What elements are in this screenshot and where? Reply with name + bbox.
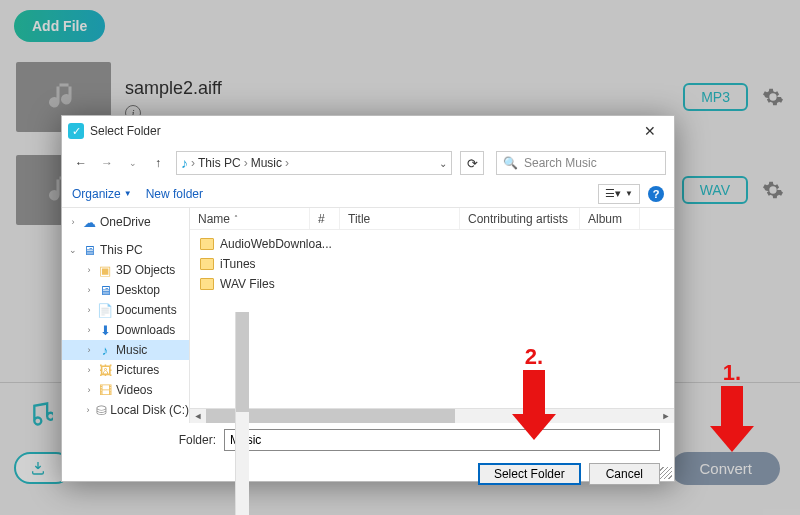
view-options-button[interactable]: ☰▾ ▼ [598, 184, 640, 204]
cancel-button[interactable]: Cancel [589, 463, 660, 485]
annotation-arrow-1: 1. [710, 360, 754, 452]
column-title[interactable]: Title [340, 208, 460, 229]
help-icon[interactable]: ? [648, 186, 664, 202]
tree-music[interactable]: ›♪Music [62, 340, 189, 360]
select-folder-button[interactable]: Select Folder [478, 463, 581, 485]
folder-label: Folder: [76, 433, 216, 447]
folder-icon [200, 278, 214, 290]
nav-forward-button[interactable]: → [96, 156, 118, 170]
folder-item[interactable]: iTunes [190, 254, 674, 274]
nav-back-button[interactable]: ← [70, 156, 92, 170]
tree-downloads[interactable]: ›⬇Downloads [62, 320, 189, 340]
dialog-titlebar: Select Folder ✕ [62, 116, 674, 146]
tree-3d-objects[interactable]: ›▣3D Objects [62, 260, 189, 280]
tree-desktop[interactable]: ›🖥Desktop [62, 280, 189, 300]
dialog-title: Select Folder [90, 124, 632, 138]
music-note-icon [46, 79, 82, 115]
column-contributing[interactable]: Contributing artists [460, 208, 580, 229]
download-icon [30, 460, 46, 476]
bottom-music-icon[interactable] [25, 400, 53, 432]
folder-item[interactable]: AudioWebDownloa... [190, 234, 674, 254]
chevron-down-icon[interactable]: ⌄ [439, 158, 447, 169]
refresh-button[interactable]: ⟳ [460, 151, 484, 175]
tree-documents[interactable]: ›📄Documents [62, 300, 189, 320]
add-file-button[interactable]: Add File [14, 10, 105, 42]
organize-button[interactable]: Organize▼ [72, 187, 132, 201]
resize-grip[interactable] [660, 467, 672, 479]
file-list-panel: Name˄ # Title Contributing artists Album… [190, 208, 674, 423]
file-title: sample2.aiff [125, 78, 669, 99]
nav-up-button[interactable]: ↑ [148, 156, 168, 170]
folder-icon [200, 238, 214, 250]
address-bar[interactable]: ♪ › This PC › Music › ⌄ [176, 151, 452, 175]
tree-videos[interactable]: ›🎞Videos [62, 380, 189, 400]
gear-icon[interactable] [762, 86, 784, 108]
select-folder-dialog: Select Folder ✕ ← → ⌄ ↑ ♪ › This PC › Mu… [61, 115, 675, 482]
column-album[interactable]: Album [580, 208, 640, 229]
format-button-mp3[interactable]: MP3 [683, 83, 748, 111]
new-folder-button[interactable]: New folder [146, 187, 203, 201]
column-name[interactable]: Name˄ [190, 208, 310, 229]
app-icon [68, 123, 84, 139]
search-icon: 🔍 [503, 156, 518, 170]
format-button-wav[interactable]: WAV [682, 176, 748, 204]
tree-thispc[interactable]: ⌄🖥This PC [62, 240, 189, 260]
search-input[interactable]: 🔍 Search Music [496, 151, 666, 175]
column-number[interactable]: # [310, 208, 340, 229]
tree-pictures[interactable]: ›🖼Pictures [62, 360, 189, 380]
tree-localdisk[interactable]: ›⛁Local Disk (C:) [62, 400, 189, 420]
folder-tree: ›☁OneDrive ⌄🖥This PC ›▣3D Objects ›🖥Desk… [62, 208, 190, 423]
breadcrumb-item[interactable]: This PC [198, 156, 241, 170]
folder-icon [200, 258, 214, 270]
nav-recent-button[interactable]: ⌄ [122, 158, 144, 168]
horizontal-scrollbar[interactable]: ◄ ► [190, 408, 674, 423]
music-folder-icon: ♪ [181, 155, 188, 171]
scroll-right-icon[interactable]: ► [658, 411, 674, 421]
tree-onedrive[interactable]: ›☁OneDrive [62, 212, 189, 232]
convert-button[interactable]: Convert [671, 452, 780, 485]
breadcrumb-item[interactable]: Music [251, 156, 282, 170]
folder-item[interactable]: WAV Files [190, 274, 674, 294]
scroll-left-icon[interactable]: ◄ [190, 411, 206, 421]
gear-icon[interactable] [762, 179, 784, 201]
close-icon[interactable]: ✕ [632, 123, 668, 139]
search-placeholder: Search Music [524, 156, 597, 170]
tree-scrollbar[interactable] [235, 312, 249, 515]
folder-name-input[interactable] [224, 429, 660, 451]
